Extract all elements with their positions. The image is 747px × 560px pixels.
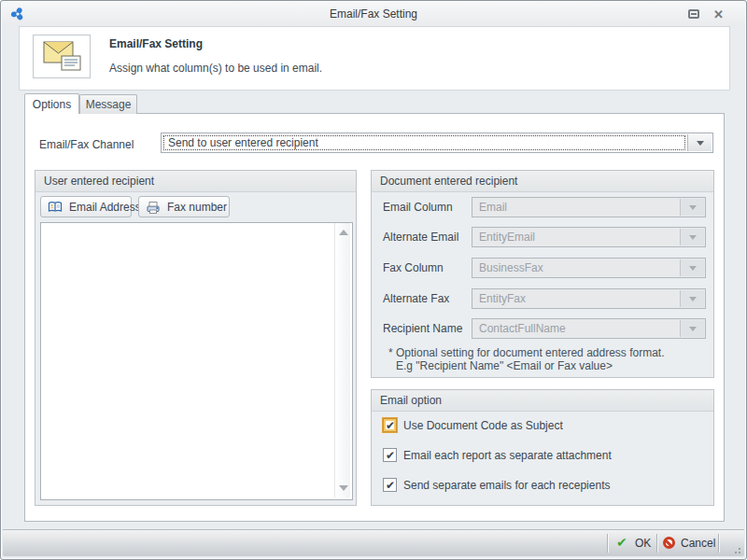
checkbox-icon (383, 448, 397, 462)
alternate-email-label: Alternate Email (383, 231, 458, 244)
cancel-label: Cancel (681, 537, 715, 550)
chevron-down-icon (680, 320, 704, 337)
alternate-fax-value: EntityFax (479, 292, 526, 305)
email-column-value: Email (479, 201, 507, 214)
fax-number-button[interactable]: Fax number (138, 196, 230, 217)
tab-options[interactable]: Options (24, 93, 79, 114)
title-bar[interactable]: Email/Fax Setting ✕ (2, 2, 745, 26)
window-title: Email/Fax Setting (2, 7, 745, 21)
recipient-list-scrollbar[interactable] (334, 223, 350, 497)
note-line-2: E.g "Recipient Name" <Email or Fax value… (396, 359, 613, 372)
header-title: Email/Fax Setting (109, 37, 203, 50)
user-recipient-title: User entered recipient (35, 171, 356, 192)
dialog-header: Email/Fax Setting Assign what column(s) … (19, 26, 730, 91)
email-address-button[interactable]: Email Address (40, 196, 132, 217)
ok-button[interactable]: ✔ OK (614, 533, 654, 553)
channel-label: Email/Fax Channel (39, 138, 134, 151)
fax-number-label: Fax number (167, 201, 227, 214)
channel-combobox[interactable]: Send to user entered recipient (161, 133, 713, 153)
options-tab-page: Email/Fax Channel Send to user entered r… (24, 113, 725, 522)
note-line-1: * Optional setting for document entered … (388, 346, 665, 359)
address-book-icon (48, 200, 63, 215)
document-recipient-title: Document entered recipient (372, 171, 713, 192)
email-option-group: Email option Use Document Code as Subjec… (371, 389, 714, 506)
checkbox-icon (383, 418, 397, 432)
checkbox-label: Send separate emails for each recepients (403, 479, 610, 492)
chevron-down-icon (680, 229, 704, 245)
checkbox-icon (383, 478, 397, 492)
recipient-name-combobox: ContactFullName (472, 318, 706, 339)
tab-message[interactable]: Message (79, 94, 137, 114)
separator (656, 534, 657, 553)
recipient-name-value: ContactFullName (479, 322, 566, 335)
email-envelope-icon (33, 35, 91, 78)
alternate-email-value: EntityEmail (479, 231, 535, 244)
checkbox-label: Use Document Code as Subject (403, 419, 563, 432)
channel-value: Send to user entered recipient (168, 136, 318, 149)
header-subtitle: Assign what column(s) to be used in emai… (109, 62, 322, 75)
alternate-fax-label: Alternate Fax (383, 292, 449, 305)
email-fax-setting-dialog: Email/Fax Setting ✕ Email/Fax Setting As… (0, 0, 747, 560)
chevron-down-icon (680, 290, 704, 307)
fax-column-label: Fax Column (383, 261, 444, 274)
close-icon[interactable]: ✕ (712, 7, 728, 21)
scroll-up-icon (339, 230, 348, 235)
fax-column-value: BusinessFax (479, 261, 543, 274)
separator (607, 534, 608, 553)
chevron-down-icon (680, 259, 704, 276)
checkbox-label: Email each report as separate attachment (403, 449, 612, 462)
resize-grip[interactable] (731, 544, 740, 553)
ok-label: OK (635, 537, 651, 550)
cancel-prohibition-icon (663, 537, 675, 549)
email-option-title: Email option (372, 390, 713, 412)
fax-column-combobox: BusinessFax (472, 258, 706, 278)
fax-icon (146, 200, 161, 215)
cancel-button[interactable]: Cancel (662, 533, 716, 553)
email-address-label: Email Address (69, 201, 141, 214)
scroll-down-icon (339, 485, 348, 491)
alternate-email-combobox: EntityEmail (472, 227, 706, 247)
ok-check-icon: ✔ (616, 535, 627, 550)
footer-bar: ✔ OK Cancel (3, 529, 744, 556)
recipient-list[interactable] (40, 222, 353, 500)
user-recipient-group: User entered recipient Email Address (35, 170, 357, 506)
email-column-combobox: Email (472, 197, 706, 217)
document-recipient-group: Document entered recipient Email Column … (371, 170, 714, 378)
restore-icon[interactable] (685, 7, 702, 21)
recipient-name-label: Recipient Name (383, 322, 462, 335)
email-column-label: Email Column (383, 201, 453, 214)
chevron-down-icon[interactable] (687, 134, 712, 151)
alternate-fax-combobox: EntityFax (472, 288, 706, 309)
chevron-down-icon (680, 199, 704, 216)
separator (718, 534, 719, 553)
